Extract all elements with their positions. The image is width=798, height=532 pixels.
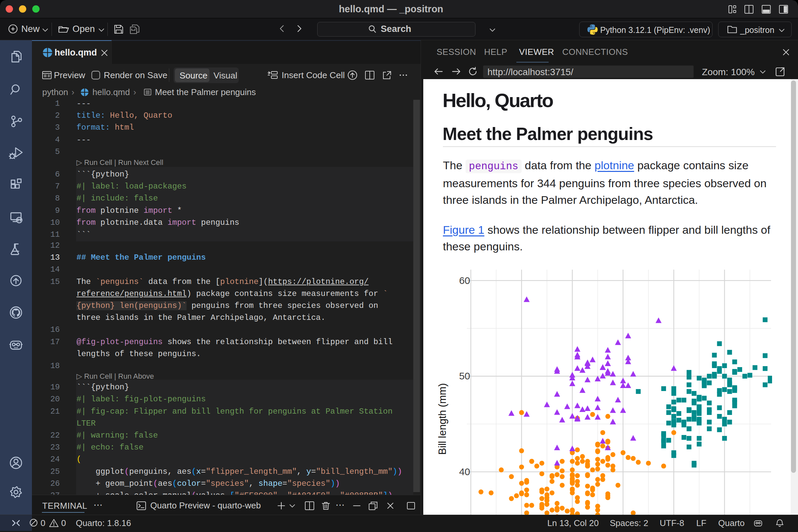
svg-text:60: 60: [459, 275, 470, 286]
svg-text:Bill length (mm): Bill length (mm): [437, 383, 448, 455]
svg-text:50: 50: [459, 370, 470, 381]
svg-text:40: 40: [459, 466, 470, 477]
